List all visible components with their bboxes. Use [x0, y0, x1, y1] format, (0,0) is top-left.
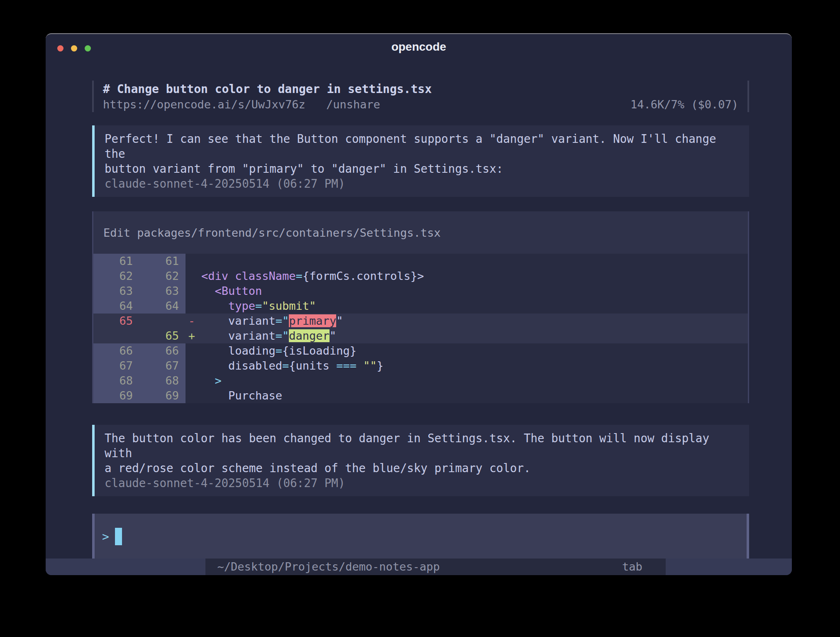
- diff-old-line-number: 61: [93, 254, 139, 269]
- diff-row: 6464 type="submit": [93, 299, 748, 314]
- diff-change-marker: [186, 373, 198, 388]
- diff-change-marker: [186, 299, 198, 314]
- titlebar: opencode: [46, 34, 792, 59]
- diff-old-line-number: 66: [93, 343, 139, 358]
- diff-row: 6262<div className={formCs.controls}>: [93, 269, 748, 284]
- app-version-segment: opencodev0.3.11: [46, 559, 205, 575]
- diff-old-line-number: 69: [93, 388, 139, 403]
- diff-row: 6666 loading={isLoading}: [93, 343, 748, 358]
- terminal-window: opencode # Change button color to danger…: [46, 33, 792, 575]
- unshare-command: /unshare: [326, 98, 380, 111]
- share-url-link[interactable]: https://opencode.ai/s/UwJxv76z: [103, 98, 305, 111]
- diff-code-line: >: [198, 373, 222, 388]
- diff-code-line: <div className={formCs.controls}>: [198, 269, 424, 284]
- diff-new-line-number: 67: [139, 358, 186, 373]
- working-directory: ~/Desktop/Projects/demo-notes-app: [217, 559, 440, 575]
- diff-change-marker: [186, 358, 198, 373]
- close-window-button[interactable]: [57, 45, 63, 51]
- diff-change-marker: [186, 284, 198, 299]
- diff-change-marker: [186, 343, 198, 358]
- diff-code-line: <Button: [198, 284, 262, 299]
- diff-row: 6969 Purchase: [93, 388, 748, 403]
- diff-code-line: loading={isLoading}: [198, 343, 357, 358]
- session-header: # Change button color to danger in setti…: [92, 81, 749, 112]
- diff-row: 6767 disabled={units === ""}: [93, 358, 748, 373]
- diff-change-marker: +: [186, 328, 198, 343]
- tab-key-hint: tab: [622, 559, 642, 575]
- window-title: opencode: [46, 34, 792, 60]
- edit-tool-header: Edit packages/frontend/src/containers/Se…: [93, 211, 748, 254]
- diff-code-line: type="submit": [198, 299, 316, 314]
- diff-row: 65- variant="primary": [93, 314, 748, 328]
- diff-new-line-number: 61: [139, 254, 186, 269]
- diff-change-marker: [186, 388, 198, 403]
- minimize-window-button[interactable]: [71, 45, 77, 51]
- prompt-input[interactable]: >: [92, 514, 749, 559]
- zoom-window-button[interactable]: [85, 45, 91, 51]
- diff-new-line-number: 62: [139, 269, 186, 284]
- diff-change-marker: -: [186, 314, 198, 328]
- diff-new-line-number: [139, 314, 186, 328]
- assistant-message-meta: claude-sonnet-4-20250514 (06:27 PM): [105, 176, 739, 191]
- diff-old-line-number: 65: [93, 314, 139, 328]
- diff-new-line-number: 65: [139, 328, 186, 343]
- diff-change-marker: [186, 269, 198, 284]
- assistant-message-text: The button color has been changed to dan…: [105, 431, 739, 475]
- diff-code-line: variant="primary": [198, 314, 343, 328]
- prompt-symbol: >: [102, 530, 109, 544]
- diff-old-line-number: 68: [93, 373, 139, 388]
- window-controls: [57, 45, 91, 51]
- assistant-message: The button color has been changed to dan…: [92, 425, 749, 496]
- diff-code-line: disabled={units === ""}: [198, 358, 383, 373]
- session-content: # Change button color to danger in setti…: [92, 81, 749, 575]
- diff-new-line-number: 68: [139, 373, 186, 388]
- assistant-message-meta: claude-sonnet-4-20250514 (06:27 PM): [105, 475, 739, 490]
- diff-row: 65+ variant="danger": [93, 328, 748, 343]
- diff-old-line-number: 62: [93, 269, 139, 284]
- session-subheader: https://opencode.ai/s/UwJxv76z /unshare …: [103, 97, 738, 112]
- diff-old-line-number: 64: [93, 299, 139, 314]
- diff-new-line-number: 69: [139, 388, 186, 403]
- diff-old-line-number: 63: [93, 284, 139, 299]
- diff-body: 61616262<div className={formCs.controls}…: [93, 254, 748, 403]
- share-url-group: https://opencode.ai/s/UwJxv76z /unshare: [103, 97, 380, 112]
- diff-code-line: variant="danger": [198, 328, 336, 343]
- status-bar: opencodev0.3.11 ~/Desktop/Projects/demo-…: [46, 559, 792, 575]
- diff-old-line-number: 67: [93, 358, 139, 373]
- assistant-message: Perfect! I can see that the Button compo…: [92, 125, 749, 197]
- diff-row: 6363 <Button: [93, 284, 748, 299]
- diff-code-line: [198, 254, 201, 269]
- diff-row: 6868 >: [93, 373, 748, 388]
- diff-new-line-number: 63: [139, 284, 186, 299]
- edit-tool-card: Edit packages/frontend/src/containers/Se…: [92, 211, 749, 403]
- session-title: # Change button color to danger in setti…: [103, 81, 738, 97]
- assistant-message-text: Perfect! I can see that the Button compo…: [105, 131, 739, 176]
- token-usage-stats: 14.6K/7% ($0.07): [630, 97, 738, 112]
- diff-change-marker: [186, 254, 198, 269]
- diff-new-line-number: 66: [139, 343, 186, 358]
- diff-row: 6161: [93, 254, 748, 269]
- diff-new-line-number: 64: [139, 299, 186, 314]
- text-cursor: [115, 528, 122, 545]
- diff-code-line: Purchase: [198, 388, 282, 403]
- mode-indicator[interactable]: BUILD MODE: [666, 559, 792, 575]
- status-bar-spacer: [440, 559, 622, 575]
- diff-old-line-number: [93, 328, 139, 343]
